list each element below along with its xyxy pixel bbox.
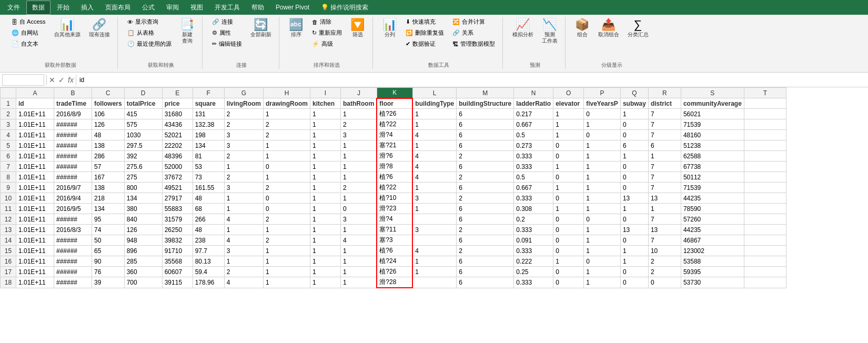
row-number[interactable]: 14 <box>1 235 16 246</box>
data-cell[interactable]: ###### <box>54 214 92 225</box>
col-header-P[interactable]: P <box>584 88 621 98</box>
data-cell[interactable]: 1 <box>264 140 310 151</box>
data-cell[interactable]: 51238 <box>681 140 744 151</box>
data-cell[interactable] <box>744 119 786 130</box>
data-cell[interactable]: 2016/9/7 <box>54 183 92 193</box>
data-cell[interactable]: 4 <box>224 214 263 225</box>
data-cell[interactable]: 0.2 <box>514 214 553 225</box>
data-cell[interactable]: 131 <box>193 109 224 119</box>
data-cell[interactable]: ###### <box>54 172 92 183</box>
data-cell[interactable]: 134 <box>92 204 125 214</box>
data-cell[interactable]: 0 <box>553 214 584 225</box>
data-cell[interactable]: 0 <box>584 109 621 119</box>
data-cell[interactable]: 2 <box>264 119 310 130</box>
header-cell[interactable] <box>744 98 786 109</box>
data-cell[interactable]: 1 <box>620 151 648 162</box>
group-btn[interactable]: 📦 组合 <box>572 17 593 40</box>
header-cell[interactable]: elevator <box>553 98 584 109</box>
data-cell[interactable] <box>744 193 786 204</box>
data-cell[interactable]: 2016/8/9 <box>54 109 92 119</box>
data-cell[interactable]: 1 <box>341 151 377 162</box>
data-cell[interactable]: 1 <box>310 140 341 151</box>
data-cell[interactable]: 滑?28 <box>377 277 412 288</box>
row-number[interactable]: 13 <box>1 225 16 235</box>
refresh-all-btn[interactable]: 🔄 全部刷新 <box>247 17 275 40</box>
data-cell[interactable]: ###### <box>54 267 92 277</box>
data-cell[interactable]: 1 <box>584 225 621 235</box>
data-cell[interactable]: 1 <box>584 246 621 256</box>
data-cell[interactable]: 840 <box>124 214 162 225</box>
data-cell[interactable]: 1 <box>341 109 377 119</box>
data-cell[interactable]: 植?22 <box>377 119 412 130</box>
data-cell[interactable]: 1 <box>620 204 648 214</box>
data-cell[interactable]: 0 <box>620 172 648 183</box>
data-cell[interactable]: 7 <box>648 183 681 193</box>
data-cell[interactable]: 滑?4 <box>377 130 412 140</box>
header-cell[interactable]: buildingStructure <box>457 98 514 109</box>
data-cell[interactable]: 1 <box>264 225 310 235</box>
data-cell[interactable] <box>744 204 786 214</box>
data-cell[interactable]: 39115 <box>162 277 193 288</box>
row-number[interactable]: 2 <box>1 109 16 119</box>
data-cell[interactable]: 360 <box>124 267 162 277</box>
data-cell[interactable]: 800 <box>124 183 162 193</box>
data-cell[interactable]: 0 <box>584 130 621 140</box>
col-header-S[interactable]: S <box>681 88 744 98</box>
data-cell[interactable]: 0 <box>553 246 584 256</box>
formula-input[interactable] <box>78 75 866 85</box>
data-cell[interactable]: 1 <box>310 151 341 162</box>
data-cell[interactable]: 238 <box>193 235 224 246</box>
data-cell[interactable]: 53 <box>193 162 224 172</box>
data-cell[interactable]: 1 <box>264 267 310 277</box>
ungroup-btn[interactable]: 📤 取消组合 <box>595 17 622 40</box>
header-cell[interactable]: price <box>162 98 193 109</box>
data-cell[interactable] <box>412 214 456 225</box>
whatif-btn[interactable]: 📈 模拟分析 <box>509 17 537 40</box>
data-cell[interactable]: 1 <box>584 193 621 204</box>
split-btn[interactable]: 📊 分列 <box>379 17 400 40</box>
data-cell[interactable]: 1.01E+11 <box>16 204 54 214</box>
data-cell[interactable]: 62588 <box>681 151 744 162</box>
data-cell[interactable]: 13 <box>620 225 648 235</box>
data-cell[interactable] <box>744 246 786 256</box>
data-cell[interactable]: 1 <box>584 162 621 172</box>
data-cell[interactable]: 1 <box>310 256 341 267</box>
data-cell[interactable]: 4 <box>224 277 263 288</box>
data-cell[interactable]: 1 <box>412 204 456 214</box>
data-cell[interactable]: 57260 <box>681 214 744 225</box>
data-cell[interactable]: 滑?8 <box>377 162 412 172</box>
data-cell[interactable]: 2016/8/3 <box>54 225 92 235</box>
data-cell[interactable]: 53588 <box>681 256 744 267</box>
data-cell[interactable]: 6 <box>457 119 514 130</box>
data-cell[interactable]: 1 <box>620 109 648 119</box>
data-cell[interactable]: 2 <box>457 225 514 235</box>
row-number[interactable]: 11 <box>1 204 16 214</box>
data-cell[interactable]: 1 <box>584 267 621 277</box>
row-number[interactable]: 5 <box>1 140 16 151</box>
data-cell[interactable]: 1 <box>584 119 621 130</box>
header-cell[interactable]: drawingRoom <box>264 98 310 109</box>
data-cell[interactable] <box>744 235 786 246</box>
row-number[interactable]: 18 <box>1 277 16 288</box>
data-cell[interactable]: 植?6 <box>377 246 412 256</box>
data-cell[interactable]: 1 <box>264 256 310 267</box>
data-cell[interactable]: 0.333 <box>514 162 553 172</box>
data-cell[interactable]: 2016/9/5 <box>54 204 92 214</box>
col-header-L[interactable]: L <box>412 88 456 98</box>
header-cell[interactable]: livingRoom <box>224 98 263 109</box>
data-cell[interactable]: ###### <box>54 277 92 288</box>
data-cell[interactable]: 90 <box>92 256 125 267</box>
data-cell[interactable]: 68 <box>193 204 224 214</box>
data-cell[interactable]: 塞?21 <box>377 140 412 151</box>
data-cell[interactable]: 44235 <box>681 193 744 204</box>
data-cell[interactable]: 35568 <box>162 256 193 267</box>
data-cell[interactable]: 39 <box>92 277 125 288</box>
data-cell[interactable]: 2 <box>341 183 377 193</box>
data-cell[interactable]: 1 <box>341 225 377 235</box>
data-cell[interactable]: 1 <box>553 162 584 172</box>
data-cell[interactable]: 2 <box>341 119 377 130</box>
data-cell[interactable]: 1.01E+11 <box>16 267 54 277</box>
data-cell[interactable]: 植?10 <box>377 193 412 204</box>
quickfill-btn[interactable]: ⬇ 快速填充 <box>402 17 447 27</box>
data-cell[interactable]: 1 <box>341 140 377 151</box>
